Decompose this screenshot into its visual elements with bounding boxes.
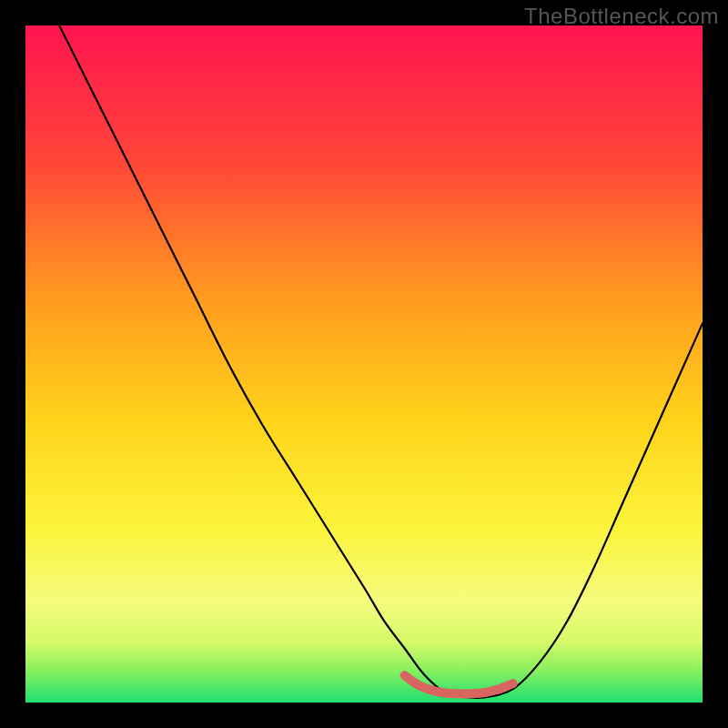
watermark-text: TheBottleneck.com <box>524 4 719 29</box>
chart-frame: TheBottleneck.com <box>0 0 728 728</box>
plot-svg <box>25 25 703 703</box>
gradient-background <box>25 25 703 703</box>
plot-area <box>25 25 703 703</box>
